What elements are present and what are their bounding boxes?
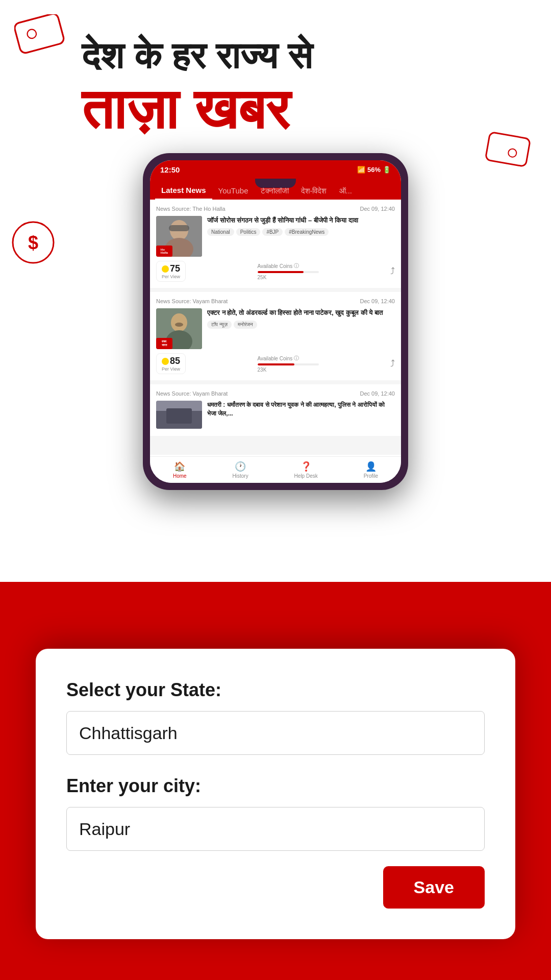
share-button-1[interactable]: ⤴ (390, 266, 395, 277)
svg-point-1 (26, 29, 37, 40)
card-icon-top-right (485, 130, 536, 171)
coins-label-2: Per View (162, 366, 180, 372)
state-label: Select your State: (66, 679, 485, 701)
news-headline-3: धमतरी : धर्मांतरण के दबाव से परेशान युवक… (207, 401, 395, 418)
coins-label-1: Per View (162, 274, 180, 279)
card-icon-top-left (14, 14, 70, 55)
news-meta-3: News Source: Vayam Bharat Dec 09, 12:40 (156, 390, 395, 397)
news-text-2: एक्टर न होते, तो अंडरवर्ल्ड का हिस्सा हो… (207, 308, 395, 349)
bottom-nav-helpdesk-label: Help Desk (294, 473, 318, 479)
helpdesk-icon: ❓ (300, 461, 312, 472)
news-source-3: News Source: Vayam Bharat (156, 390, 228, 397)
news-content-1: HoHalla जॉर्ज सोरोस संगठन से जुड़ी हैं स… (156, 216, 395, 257)
progress-bar-2 (258, 363, 319, 365)
news-image-2: वयमभारत (156, 308, 202, 349)
news-logo-2: वयमभारत (156, 338, 172, 349)
tag-breaking: #BreakingNews (285, 228, 329, 236)
tag-national: National (207, 228, 234, 236)
tab-latest-news[interactable]: Latest News (155, 183, 212, 200)
news-source-2: News Source: Vayam Bharat (156, 298, 228, 304)
available-coins-2: Available Coins ⓘ 23K (258, 355, 319, 373)
share-button-2[interactable]: ⤴ (390, 358, 395, 369)
bottom-nav-profile-label: Profile (364, 473, 378, 479)
tag-top-news: टॉप न्यूज़ (207, 321, 232, 329)
coin-icon-2 (162, 358, 169, 365)
svg-rect-16 (166, 408, 192, 424)
progress-fill-1 (258, 271, 304, 273)
dollar-icon-left: $ (10, 219, 56, 265)
coins-box-2: 85 Per View (156, 353, 186, 374)
news-item-3[interactable]: News Source: Vayam Bharat Dec 09, 12:40 (150, 384, 401, 436)
news-image-1: HoHalla (156, 216, 202, 257)
phone-mockup: 12:50 📶 56% 🔋 Latest News YouTube टेक्नो… (143, 153, 408, 490)
bottom-nav-home[interactable]: 🏠 Home (173, 461, 187, 479)
svg-rect-0 (14, 14, 65, 54)
camera-notch (255, 179, 296, 188)
title-line2: ताज़ा खबर (82, 81, 312, 137)
coins-box-1: 75 Per View (156, 261, 186, 282)
tag-bjp: #BJP (262, 228, 283, 236)
news-date-2: Dec 09, 12:40 (360, 298, 395, 304)
home-icon: 🏠 (174, 461, 185, 472)
svg-text:$: $ (28, 232, 38, 253)
news-feed: News Source: The Ho Halla Dec 09, 12:40 (150, 200, 401, 455)
tab-other[interactable]: ऑ... (333, 183, 359, 200)
news-item-2[interactable]: News Source: Vayam Bharat Dec 09, 12:40 (150, 292, 401, 380)
bottom-nav-history-label: History (233, 473, 248, 479)
news-headline-1: जॉर्ज सोरोस संगठन से जुड़ी हैं सोनिया गा… (207, 216, 395, 225)
battery-level: 56% (367, 166, 381, 174)
save-button[interactable]: Save (383, 866, 485, 909)
progress-fill-2 (258, 363, 294, 365)
available-coins-1: Available Coins ⓘ 25K (258, 262, 319, 280)
news-logo-1: HoHalla (156, 246, 172, 257)
news-footer-2: 85 Per View Available Coins ⓘ 23K ⤴ (156, 353, 395, 374)
coins-amount-2: 85 (162, 356, 180, 366)
profile-icon: 👤 (365, 461, 377, 472)
bottom-nav-helpdesk[interactable]: ❓ Help Desk (294, 461, 318, 479)
progress-count-2: 23K (258, 367, 319, 373)
tab-national[interactable]: देश-विदेश (295, 183, 333, 200)
news-date-3: Dec 09, 12:40 (360, 390, 395, 397)
progress-count-1: 25K (258, 275, 319, 280)
tag-entertainment: मनोरंजन (234, 321, 257, 329)
bottom-nav-profile[interactable]: 👤 Profile (364, 461, 378, 479)
news-source-1: News Source: The Ho Halla (156, 206, 226, 212)
location-modal: Select your State: Enter your city: Save (36, 649, 515, 939)
news-headline-2: एक्टर न होते, तो अंडरवर्ल्ड का हिस्सा हो… (207, 308, 395, 317)
status-time: 12:50 (160, 165, 180, 174)
news-text-3: धमतरी : धर्मांतरण के दबाव से परेशान युवक… (207, 401, 395, 429)
news-meta-2: News Source: Vayam Bharat Dec 09, 12:40 (156, 298, 395, 304)
status-bar: 12:50 📶 56% 🔋 (150, 160, 401, 179)
status-icons: 📶 56% 🔋 (357, 166, 391, 174)
news-meta-1: News Source: The Ho Halla Dec 09, 12:40 (156, 206, 395, 212)
svg-point-13 (175, 323, 183, 327)
bottom-nav-history[interactable]: 🕐 History (233, 461, 248, 479)
news-image-3 (156, 401, 202, 429)
save-row: Save (66, 866, 485, 909)
news-item-1[interactable]: News Source: The Ho Halla Dec 09, 12:40 (150, 200, 401, 288)
news-date-1: Dec 09, 12:40 (360, 206, 395, 212)
news-text-1: जॉर्ज सोरोस संगठन से जुड़ी हैं सोनिया गा… (207, 216, 395, 257)
state-input[interactable] (66, 711, 485, 755)
news-content-2: वयमभारत एक्टर न होते, तो अंडरवर्ल्ड का ह… (156, 308, 395, 349)
tab-youtube[interactable]: YouTube (212, 183, 255, 199)
tag-politics: Politics (236, 228, 261, 236)
svg-rect-9 (169, 225, 189, 231)
city-input[interactable] (66, 807, 485, 851)
bottom-nav-home-label: Home (173, 473, 187, 479)
phone-frame: 12:50 📶 56% 🔋 Latest News YouTube टेक्नो… (143, 153, 408, 490)
title-line1: देश के हर राज्य से (82, 36, 312, 76)
svg-point-3 (508, 148, 517, 158)
history-icon: 🕐 (235, 461, 246, 472)
coin-icon-1 (162, 265, 169, 273)
progress-bar-1 (258, 271, 319, 273)
news-footer-1: 75 Per View Available Coins ⓘ 25K ⤴ (156, 261, 395, 282)
news-tags-1: National Politics #BJP #BreakingNews (207, 228, 395, 236)
phone-bottom-nav: 🏠 Home 🕐 History ❓ Help Desk 👤 Profile (150, 456, 401, 483)
svg-rect-2 (485, 132, 530, 167)
city-label: Enter your city: (66, 775, 485, 797)
news-content-3: धमतरी : धर्मांतरण के दबाव से परेशान युवक… (156, 401, 395, 429)
coins-amount-1: 75 (162, 263, 180, 274)
news-tags-2: टॉप न्यूज़ मनोरंजन (207, 321, 395, 329)
phone-screen: 12:50 📶 56% 🔋 Latest News YouTube टेक्नो… (150, 160, 401, 483)
